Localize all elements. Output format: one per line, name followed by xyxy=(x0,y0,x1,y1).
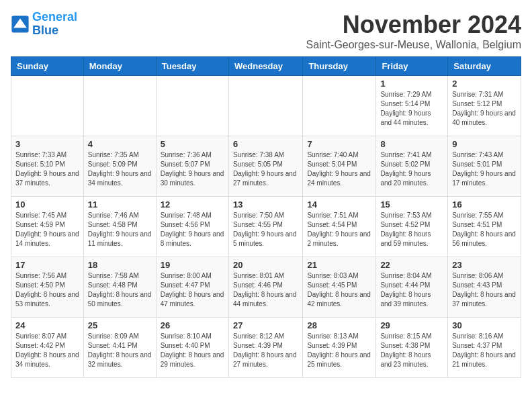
day-info: Sunrise: 7:33 AM Sunset: 5:10 PM Dayligh… xyxy=(15,150,79,188)
calendar-cell: 25Sunrise: 8:09 AM Sunset: 4:41 PM Dayli… xyxy=(83,318,156,378)
day-number: 1 xyxy=(380,79,443,89)
day-info: Sunrise: 8:12 AM Sunset: 4:39 PM Dayligh… xyxy=(233,332,298,369)
day-number: 2 xyxy=(452,79,517,89)
day-number: 5 xyxy=(161,139,224,149)
calendar-cell: 26Sunrise: 8:10 AM Sunset: 4:40 PM Dayli… xyxy=(156,318,228,378)
weekday-header-tuesday: Tuesday xyxy=(156,57,228,76)
day-number: 19 xyxy=(161,260,224,270)
day-info: Sunrise: 7:56 AM Sunset: 4:50 PM Dayligh… xyxy=(15,271,79,309)
day-info: Sunrise: 8:09 AM Sunset: 4:41 PM Dayligh… xyxy=(88,332,152,369)
calendar-cell: 2Sunrise: 7:31 AM Sunset: 5:12 PM Daylig… xyxy=(448,76,521,136)
day-number: 11 xyxy=(88,199,152,210)
day-info: Sunrise: 8:10 AM Sunset: 4:40 PM Dayligh… xyxy=(161,332,224,369)
day-number: 9 xyxy=(452,139,517,149)
calendar-cell xyxy=(156,76,228,136)
calendar-cell: 7Sunrise: 7:40 AM Sunset: 5:04 PM Daylig… xyxy=(303,136,376,197)
day-info: Sunrise: 8:13 AM Sunset: 4:39 PM Dayligh… xyxy=(307,332,371,369)
day-info: Sunrise: 7:43 AM Sunset: 5:01 PM Dayligh… xyxy=(452,150,517,188)
day-info: Sunrise: 7:29 AM Sunset: 5:14 PM Dayligh… xyxy=(380,90,443,128)
calendar-cell: 11Sunrise: 7:46 AM Sunset: 4:58 PM Dayli… xyxy=(83,197,156,257)
day-number: 23 xyxy=(452,260,517,270)
day-info: Sunrise: 8:04 AM Sunset: 4:44 PM Dayligh… xyxy=(380,271,443,309)
weekday-header-thursday: Thursday xyxy=(303,57,376,76)
calendar-cell: 24Sunrise: 8:07 AM Sunset: 4:42 PM Dayli… xyxy=(11,318,84,378)
calendar-table: SundayMondayTuesdayWednesdayThursdayFrid… xyxy=(11,56,521,378)
day-info: Sunrise: 7:58 AM Sunset: 4:48 PM Dayligh… xyxy=(88,271,152,309)
day-info: Sunrise: 8:15 AM Sunset: 4:38 PM Dayligh… xyxy=(380,332,443,369)
day-number: 12 xyxy=(161,199,224,210)
logo-text: General Blue xyxy=(32,11,77,38)
day-number: 7 xyxy=(307,139,371,149)
day-info: Sunrise: 7:31 AM Sunset: 5:12 PM Dayligh… xyxy=(452,90,517,128)
calendar-cell: 23Sunrise: 8:06 AM Sunset: 4:43 PM Dayli… xyxy=(448,257,521,318)
day-info: Sunrise: 8:16 AM Sunset: 4:37 PM Dayligh… xyxy=(452,332,517,369)
calendar-cell: 30Sunrise: 8:16 AM Sunset: 4:37 PM Dayli… xyxy=(448,318,521,378)
day-number: 21 xyxy=(307,260,371,270)
day-info: Sunrise: 7:45 AM Sunset: 4:59 PM Dayligh… xyxy=(15,211,79,248)
calendar-cell: 4Sunrise: 7:35 AM Sunset: 5:09 PM Daylig… xyxy=(83,136,156,197)
calendar-week-2: 3Sunrise: 7:33 AM Sunset: 5:10 PM Daylig… xyxy=(11,136,521,197)
calendar-cell: 27Sunrise: 8:12 AM Sunset: 4:39 PM Dayli… xyxy=(228,318,302,378)
day-info: Sunrise: 8:07 AM Sunset: 4:42 PM Dayligh… xyxy=(15,332,79,369)
calendar-cell: 6Sunrise: 7:38 AM Sunset: 5:05 PM Daylig… xyxy=(228,136,302,197)
day-number: 13 xyxy=(233,199,298,210)
day-info: Sunrise: 7:41 AM Sunset: 5:02 PM Dayligh… xyxy=(380,150,443,188)
day-number: 3 xyxy=(15,139,79,149)
day-number: 15 xyxy=(380,199,443,210)
weekday-header-wednesday: Wednesday xyxy=(228,57,302,76)
day-number: 16 xyxy=(452,199,517,210)
day-number: 8 xyxy=(380,139,443,149)
day-number: 27 xyxy=(233,320,298,330)
calendar-cell: 5Sunrise: 7:36 AM Sunset: 5:07 PM Daylig… xyxy=(156,136,228,197)
day-info: Sunrise: 7:53 AM Sunset: 4:52 PM Dayligh… xyxy=(380,211,443,248)
day-number: 18 xyxy=(88,260,152,270)
calendar-cell: 9Sunrise: 7:43 AM Sunset: 5:01 PM Daylig… xyxy=(448,136,521,197)
page-header: General Blue November 2024 Saint-Georges… xyxy=(11,11,521,51)
day-info: Sunrise: 7:50 AM Sunset: 4:55 PM Dayligh… xyxy=(233,211,298,248)
day-number: 14 xyxy=(307,199,371,210)
day-info: Sunrise: 7:46 AM Sunset: 4:58 PM Dayligh… xyxy=(88,211,152,248)
calendar-cell xyxy=(228,76,302,136)
month-title: November 2024 xyxy=(306,11,521,39)
calendar-cell xyxy=(83,76,156,136)
calendar-cell: 15Sunrise: 7:53 AM Sunset: 4:52 PM Dayli… xyxy=(376,197,448,257)
day-number: 26 xyxy=(161,320,224,330)
calendar-cell: 14Sunrise: 7:51 AM Sunset: 4:54 PM Dayli… xyxy=(303,197,376,257)
title-section: November 2024 Saint-Georges-sur-Meuse, W… xyxy=(306,11,521,51)
calendar-cell: 19Sunrise: 8:00 AM Sunset: 4:47 PM Dayli… xyxy=(156,257,228,318)
calendar-cell xyxy=(11,76,84,136)
day-number: 25 xyxy=(88,320,152,330)
calendar-cell: 22Sunrise: 8:04 AM Sunset: 4:44 PM Dayli… xyxy=(376,257,448,318)
weekday-header-sunday: Sunday xyxy=(11,57,84,76)
calendar-cell: 21Sunrise: 8:03 AM Sunset: 4:45 PM Dayli… xyxy=(303,257,376,318)
day-number: 29 xyxy=(380,320,443,330)
weekday-header-friday: Friday xyxy=(376,57,448,76)
calendar-cell: 17Sunrise: 7:56 AM Sunset: 4:50 PM Dayli… xyxy=(11,257,84,318)
calendar-cell: 28Sunrise: 8:13 AM Sunset: 4:39 PM Dayli… xyxy=(303,318,376,378)
day-info: Sunrise: 8:00 AM Sunset: 4:47 PM Dayligh… xyxy=(161,271,224,309)
calendar-cell: 20Sunrise: 8:01 AM Sunset: 4:46 PM Dayli… xyxy=(228,257,302,318)
calendar-cell: 3Sunrise: 7:33 AM Sunset: 5:10 PM Daylig… xyxy=(11,136,84,197)
calendar-cell: 8Sunrise: 7:41 AM Sunset: 5:02 PM Daylig… xyxy=(376,136,448,197)
calendar-cell: 12Sunrise: 7:48 AM Sunset: 4:56 PM Dayli… xyxy=(156,197,228,257)
day-info: Sunrise: 8:01 AM Sunset: 4:46 PM Dayligh… xyxy=(233,271,298,309)
day-info: Sunrise: 8:03 AM Sunset: 4:45 PM Dayligh… xyxy=(307,271,371,309)
weekday-header-saturday: Saturday xyxy=(448,57,521,76)
day-info: Sunrise: 7:51 AM Sunset: 4:54 PM Dayligh… xyxy=(307,211,371,248)
day-number: 10 xyxy=(15,199,79,210)
weekday-header-monday: Monday xyxy=(83,57,156,76)
day-number: 30 xyxy=(452,320,517,330)
calendar-cell: 1Sunrise: 7:29 AM Sunset: 5:14 PM Daylig… xyxy=(376,76,448,136)
day-number: 22 xyxy=(380,260,443,270)
day-number: 4 xyxy=(88,139,152,149)
calendar-week-5: 24Sunrise: 8:07 AM Sunset: 4:42 PM Dayli… xyxy=(11,318,521,378)
day-info: Sunrise: 7:40 AM Sunset: 5:04 PM Dayligh… xyxy=(307,150,371,188)
day-info: Sunrise: 7:38 AM Sunset: 5:05 PM Dayligh… xyxy=(233,150,298,188)
day-number: 28 xyxy=(307,320,371,330)
logo-icon xyxy=(11,15,30,34)
day-info: Sunrise: 7:36 AM Sunset: 5:07 PM Dayligh… xyxy=(161,150,224,188)
calendar-cell xyxy=(303,76,376,136)
weekday-header-row: SundayMondayTuesdayWednesdayThursdayFrid… xyxy=(11,57,521,76)
calendar-cell: 18Sunrise: 7:58 AM Sunset: 4:48 PM Dayli… xyxy=(83,257,156,318)
calendar-cell: 13Sunrise: 7:50 AM Sunset: 4:55 PM Dayli… xyxy=(228,197,302,257)
